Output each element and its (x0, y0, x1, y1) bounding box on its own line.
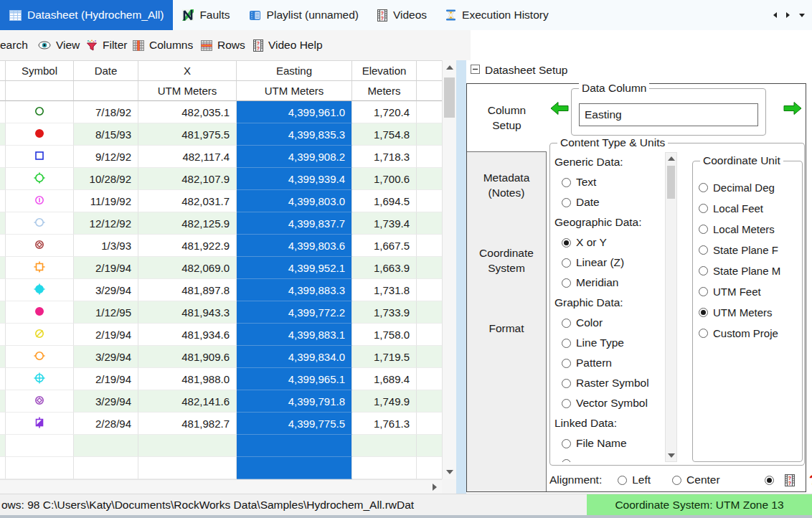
cell-easting-selected[interactable] (237, 457, 352, 479)
cell-x[interactable]: 482,031.7 (138, 190, 237, 212)
cell-date[interactable]: 1/12/95 (74, 301, 138, 324)
empty-cell[interactable] (417, 457, 442, 479)
cell-easting-selected[interactable]: 4,399,961.0 (237, 101, 352, 123)
header-cell-blank[interactable] (0, 81, 6, 101)
cell-extra[interactable] (417, 301, 442, 324)
radio-option-local-meters[interactable]: Local Meters (696, 219, 801, 240)
cell-x[interactable]: 482,069.0 (138, 257, 237, 279)
cell-extra[interactable] (417, 279, 442, 301)
cell-elevation[interactable]: 1,689.4 (352, 368, 417, 390)
cell-x[interactable]: 482,125.9 (138, 212, 237, 235)
header-cell-easting[interactable]: Easting (237, 61, 352, 81)
cell-elevation[interactable]: 1,761.3 (352, 413, 417, 435)
cell-x[interactable]: 481,897.8 (138, 279, 237, 301)
cell-date[interactable]: 10/28/92 (74, 168, 138, 190)
symbol-cell[interactable] (6, 301, 74, 324)
data-column-input[interactable]: Easting (579, 103, 758, 126)
header-cell-blank[interactable] (0, 61, 6, 81)
cell-extra[interactable] (417, 168, 442, 190)
cell-extra[interactable] (417, 413, 442, 435)
empty-cell[interactable] (138, 457, 237, 479)
cell-extra[interactable] (417, 212, 442, 235)
radio-text[interactable] (562, 178, 571, 187)
cell-extra[interactable] (417, 123, 442, 146)
empty-cell[interactable] (352, 457, 417, 479)
header-cell-blank[interactable] (74, 81, 138, 101)
radio-date[interactable] (562, 198, 571, 207)
empty-cell[interactable] (6, 435, 74, 457)
cell-elevation[interactable]: 1,731.8 (352, 279, 417, 301)
cell-x[interactable]: 482,117.4 (138, 146, 237, 168)
empty-cell[interactable] (138, 435, 237, 457)
cell-elevation[interactable]: 1,739.4 (352, 212, 417, 235)
header-cell-symbol[interactable]: Symbol (6, 61, 74, 81)
cell-x[interactable]: 482,107.9 (138, 168, 237, 190)
cell-x[interactable]: 481,934.6 (138, 324, 237, 346)
cell-date[interactable]: 2/19/94 (74, 324, 138, 346)
radio-option-local-feet[interactable]: Local Feet (696, 198, 801, 219)
cell-date[interactable]: 3/29/94 (74, 279, 138, 301)
radio-option-decimal-deg[interactable]: Decimal Deg (696, 177, 801, 198)
radio-option-state-plane-m[interactable]: State Plane M (696, 260, 801, 281)
symbol-cell[interactable] (6, 235, 74, 257)
cell-easting-selected[interactable]: 4,399,803.0 (237, 190, 352, 212)
toolbar-video-help[interactable]: ??Video Help (253, 30, 323, 60)
radio-option-line-type[interactable]: Line Type (554, 333, 665, 353)
content-type-scrollbar[interactable] (665, 152, 677, 462)
cell-extra[interactable] (417, 390, 442, 413)
toolbar-rows[interactable]: Rows (201, 30, 245, 60)
symbol-cell[interactable] (6, 168, 74, 190)
cell-extra[interactable] (417, 257, 442, 279)
header-cell-utm-meters[interactable]: UTM Meters (237, 81, 352, 101)
cell-date[interactable]: 3/29/94 (74, 390, 138, 413)
symbol-cell[interactable] (6, 279, 74, 301)
empty-cell[interactable] (352, 435, 417, 457)
radio-align-left[interactable] (618, 476, 627, 485)
radio-option-date[interactable]: Date (554, 192, 665, 212)
header-cell-elevation[interactable]: Elevation (352, 61, 417, 81)
radio-option-meridian[interactable]: Meridian (554, 273, 665, 293)
cell-x[interactable]: 482,141.6 (138, 390, 237, 413)
header-cell-meters[interactable]: Meters (352, 81, 417, 101)
cell-date[interactable]: 9/12/92 (74, 146, 138, 168)
cell-date[interactable]: 8/15/93 (74, 123, 138, 146)
cell-elevation[interactable]: 1,667.5 (352, 235, 417, 257)
scroll-up-arrow[interactable] (443, 60, 457, 75)
radio-option-pattern[interactable]: Pattern (554, 353, 665, 373)
cell-x[interactable]: 481,909.6 (138, 346, 237, 368)
radio-option-utm-meters[interactable]: UTM Meters (696, 302, 801, 323)
radio-option-utm-feet[interactable]: UTM Feet (696, 281, 801, 302)
radio-option-blank[interactable] (554, 453, 665, 462)
cell-elevation[interactable]: 1,718.3 (352, 146, 417, 168)
radio-option-text[interactable]: Text (554, 172, 665, 192)
toolbar-filter[interactable]: Filter (86, 30, 127, 60)
cell-date[interactable]: 1/3/93 (74, 235, 138, 257)
cell-easting-selected[interactable]: 4,399,803.6 (237, 235, 352, 257)
symbol-cell[interactable] (6, 123, 74, 146)
cell-date[interactable]: 2/19/94 (74, 257, 138, 279)
header-cell-blank[interactable] (6, 81, 74, 101)
tab-column-setup[interactable]: ColumnSetup (467, 84, 547, 152)
cell-x[interactable]: 481,943.3 (138, 301, 237, 324)
type-scroll-thumb[interactable] (667, 166, 675, 199)
alignment-option-center[interactable]: Center (672, 474, 720, 486)
cell-easting-selected[interactable]: 4,399,835.3 (237, 123, 352, 146)
radio-option-vector-symbol[interactable]: Vector Symbol (554, 393, 665, 413)
cell-easting-selected[interactable] (237, 435, 352, 457)
radio-custom-proje[interactable] (699, 329, 708, 338)
cell-easting-selected[interactable]: 4,399,883.1 (237, 324, 352, 346)
radio-file-name[interactable] (562, 439, 571, 448)
vscroll-thumb[interactable] (444, 77, 455, 118)
header-cell-blank[interactable] (417, 61, 442, 81)
cell-elevation[interactable]: 1,694.5 (352, 190, 417, 212)
toolbar-view[interactable]: View (38, 30, 80, 60)
symbol-cell[interactable] (6, 346, 74, 368)
symbol-cell[interactable] (6, 212, 74, 235)
radio-blank[interactable] (562, 459, 571, 463)
empty-cell[interactable] (417, 435, 442, 457)
radio-option-x-or-y[interactable]: X or Y (554, 232, 665, 253)
radio-align-center[interactable] (672, 476, 681, 485)
cell-date[interactable]: 7/18/92 (74, 101, 138, 123)
radio-vector-symbol[interactable] (562, 399, 571, 408)
cell-easting-selected[interactable]: 4,399,952.1 (237, 257, 352, 279)
